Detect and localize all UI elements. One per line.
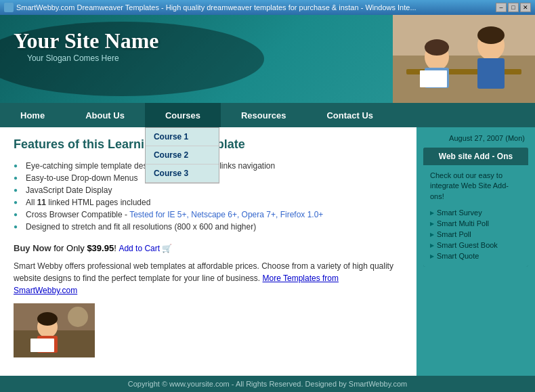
sidebar-box: Web site Add - Ons Check out our easy to… <box>423 148 528 267</box>
svg-rect-15 <box>30 339 54 352</box>
tested-link[interactable]: Tested for IE 5+, Netscape 6+, Opera 7+,… <box>129 210 323 219</box>
svg-point-13 <box>37 312 58 326</box>
sidebar-link-smart-guest-book[interactable]: Smart Guest Book <box>430 240 521 251</box>
dropdown-course1[interactable]: Course 1 <box>146 128 219 146</box>
bottom-image <box>14 303 95 357</box>
svg-rect-1 <box>393 56 535 103</box>
window-title: SmartWebby.com Dreamweaver Templates - H… <box>16 3 416 12</box>
feature-item: All 11 linked HTML pages included <box>14 196 403 209</box>
nav-resources[interactable]: Resources <box>221 103 306 127</box>
site-header: Your Site Name Your Slogan Comes Here <box>0 15 535 103</box>
buy-suffix: for Only <box>53 243 87 253</box>
navbar: Home About Us Courses Course 1 Course 2 … <box>0 103 535 127</box>
sidebar-link-smart-poll[interactable]: Smart Poll <box>430 229 521 240</box>
sidebar-intro: Check out our easy to integrate Web Site… <box>430 171 521 202</box>
nav-about[interactable]: About Us <box>65 103 145 127</box>
sidebar-link-smart-multi-poll[interactable]: Smart Multi Poll <box>430 218 521 229</box>
sidebar-box-title: Web site Add - Ons <box>423 148 528 165</box>
svg-point-5 <box>425 39 449 56</box>
svg-rect-8 <box>477 58 505 89</box>
maximize-button[interactable]: □ <box>508 3 519 12</box>
svg-point-16 <box>68 307 88 327</box>
footer: Copyright © www.yoursite.com - All Right… <box>0 376 535 392</box>
sidebar-box-body: Check out our easy to integrate Web Site… <box>423 165 528 267</box>
sidebar-date: August 27, 2007 (Mon) <box>423 134 528 142</box>
price: $39.95 <box>87 243 114 253</box>
feature-item: JavaScript Date Display <box>14 184 403 196</box>
dropdown-course2[interactable]: Course 2 <box>146 146 219 165</box>
description-text: Smart Webby offers professional web temp… <box>14 260 403 297</box>
buy-section: Buy Now for Only $39.95! Add to Cart 🛒 <box>14 243 403 253</box>
courses-dropdown: Course 1 Course 2 Course 3 <box>145 127 219 183</box>
main-wrapper: Your Site Name Your Slogan Comes Here <box>0 15 535 392</box>
feature-item: Designed to stretch and fit all resoluti… <box>14 221 403 233</box>
add-to-cart-link[interactable]: Add to Cart 🛒 <box>119 244 172 253</box>
header-image <box>393 15 535 103</box>
sidebar-link-smart-quote[interactable]: Smart Quote <box>430 251 521 261</box>
header-text: Your Site Name Your Slogan Comes Here <box>14 28 159 63</box>
minimize-button[interactable]: – <box>496 3 507 12</box>
nav-contact[interactable]: Contact Us <box>306 103 393 127</box>
header-photo <box>393 15 535 103</box>
app-icon <box>4 3 14 12</box>
close-button[interactable]: ✕ <box>520 3 531 12</box>
buy-now-label: Buy Now <box>14 243 51 253</box>
footer-text: Copyright © www.yoursite.com - All Right… <box>128 380 407 388</box>
content-area: Features of this Learning/Kids Template … <box>0 127 535 376</box>
nav-courses[interactable]: Courses Course 1 Course 2 Course 3 <box>145 103 221 127</box>
feature-item: Cross Browser Compatible - Tested for IE… <box>14 209 403 221</box>
nav-home[interactable]: Home <box>0 103 65 127</box>
dropdown-course3[interactable]: Course 3 <box>146 165 219 183</box>
svg-point-9 <box>477 26 505 44</box>
site-slogan: Your Slogan Comes Here <box>27 53 159 63</box>
svg-rect-6 <box>420 70 447 87</box>
more-templates-link[interactable]: More Templates from SmartWebby.com <box>14 274 339 295</box>
sidebar: August 27, 2007 (Mon) Web site Add - Ons… <box>416 127 535 376</box>
site-name: Your Site Name <box>14 28 159 53</box>
sidebar-link-smart-survey[interactable]: Smart Survey <box>430 207 521 218</box>
title-bar: SmartWebby.com Dreamweaver Templates - H… <box>0 0 535 15</box>
